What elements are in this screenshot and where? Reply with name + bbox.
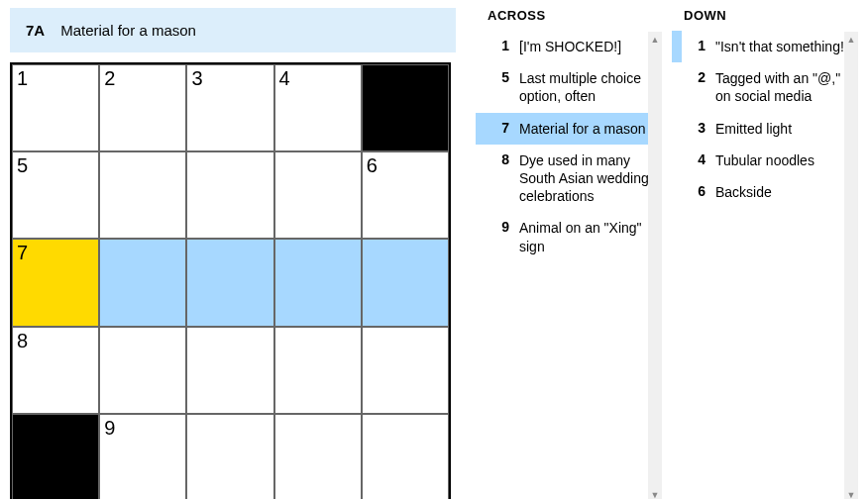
grid-cell[interactable] <box>99 327 186 414</box>
cell-number: 7 <box>17 242 28 264</box>
clue-text: Tagged with an "@," on social media <box>715 69 852 105</box>
grid-cell[interactable]: 5 <box>12 151 99 239</box>
clue-item[interactable]: 8Dye used in many South Asian wedding ce… <box>476 145 662 213</box>
crossword-grid[interactable]: 123456789 <box>10 62 451 499</box>
clue-text: Emitted light <box>715 120 852 138</box>
cell-number: 8 <box>17 330 28 352</box>
cell-number: 9 <box>104 417 115 440</box>
scrollbar-track[interactable]: ▲ ▼ <box>648 32 662 499</box>
clue-number: 5 <box>486 69 509 105</box>
clue-number: 3 <box>682 120 705 138</box>
clue-item[interactable]: 1"Isn't that something!" <box>672 31 858 62</box>
clue-item[interactable]: 9Animal on an "Xing" sign <box>476 212 662 261</box>
scroll-down-icon[interactable]: ▼ <box>648 487 662 499</box>
scroll-up-icon[interactable]: ▲ <box>648 32 662 48</box>
current-clue-label: 7A <box>26 22 45 39</box>
grid-cell <box>362 64 449 151</box>
clue-number: 4 <box>682 151 705 169</box>
clue-number: 9 <box>486 219 509 254</box>
grid-cell[interactable]: 9 <box>99 414 186 499</box>
grid-cell[interactable] <box>274 239 362 326</box>
grid-cell[interactable]: 4 <box>274 64 362 151</box>
grid-cell[interactable]: 8 <box>12 327 99 414</box>
current-clue-bar: 7A Material for a mason <box>10 8 456 52</box>
across-title: ACROSS <box>476 8 662 23</box>
clue-text: Animal on an "Xing" sign <box>519 219 656 254</box>
grid-cell[interactable] <box>186 151 273 239</box>
grid-cell[interactable]: 1 <box>12 64 99 151</box>
clue-number: 8 <box>486 151 509 206</box>
grid-cell[interactable] <box>186 327 273 414</box>
clue-number: 2 <box>682 69 705 105</box>
clue-number: 7 <box>486 120 509 138</box>
down-clue-list[interactable]: 1"Isn't that something!"2Tagged with an … <box>672 31 858 486</box>
clue-item[interactable]: 2Tagged with an "@," on social media <box>672 62 858 112</box>
grid-cell[interactable]: 6 <box>362 151 449 239</box>
down-column: DOWN 1"Isn't that something!"2Tagged wit… <box>672 8 858 499</box>
cell-number: 3 <box>191 67 202 90</box>
cell-number: 1 <box>17 67 28 90</box>
down-title: DOWN <box>672 8 858 23</box>
clue-text: Last multiple choice option, often <box>519 69 656 105</box>
grid-cell[interactable] <box>274 327 362 414</box>
grid-cell[interactable] <box>362 239 449 326</box>
clue-item[interactable]: 6Backside <box>672 176 858 208</box>
grid-cell[interactable] <box>99 239 186 326</box>
grid-cell[interactable]: 7 <box>12 239 99 326</box>
cell-number: 5 <box>17 154 28 177</box>
cell-number: 6 <box>367 154 378 177</box>
clue-item[interactable]: 4Tubular noodles <box>672 145 858 176</box>
grid-cell[interactable] <box>186 239 273 326</box>
grid-cell[interactable] <box>362 414 449 499</box>
clue-text: Backside <box>715 183 852 201</box>
grid-cell[interactable]: 2 <box>99 64 186 151</box>
grid-cell[interactable] <box>99 151 186 239</box>
clue-text: [I'm SHOCKED!] <box>519 38 656 55</box>
clue-number: 1 <box>682 38 705 55</box>
clue-item[interactable]: 7Material for a mason <box>476 113 662 145</box>
clue-text: Dye used in many South Asian wedding cel… <box>519 151 656 206</box>
clue-text: Material for a mason <box>519 120 656 138</box>
clue-number: 1 <box>486 38 509 55</box>
grid-cell[interactable] <box>186 414 273 499</box>
clue-item[interactable]: 1[I'm SHOCKED!] <box>476 31 662 62</box>
scroll-up-icon[interactable]: ▲ <box>844 32 858 48</box>
clue-item[interactable]: 3Emitted light <box>672 113 858 145</box>
clue-text: Tubular noodles <box>715 151 852 169</box>
across-column: ACROSS 1[I'm SHOCKED!]5Last multiple cho… <box>476 8 662 499</box>
current-clue-text: Material for a mason <box>60 22 196 39</box>
clue-number: 6 <box>682 183 705 201</box>
cell-number: 2 <box>104 67 115 90</box>
grid-cell[interactable]: 3 <box>186 64 273 151</box>
scrollbar-track[interactable]: ▲ ▼ <box>844 32 858 499</box>
grid-cell[interactable] <box>274 151 362 239</box>
cell-number: 4 <box>279 67 290 90</box>
scroll-down-icon[interactable]: ▼ <box>844 487 858 499</box>
across-clue-list[interactable]: 1[I'm SHOCKED!]5Last multiple choice opt… <box>476 31 662 486</box>
grid-cell <box>12 414 99 499</box>
clue-item[interactable]: 5Last multiple choice option, often <box>476 62 662 112</box>
grid-cell[interactable] <box>274 414 362 499</box>
grid-cell[interactable] <box>362 327 449 414</box>
clue-text: "Isn't that something!" <box>715 38 852 55</box>
